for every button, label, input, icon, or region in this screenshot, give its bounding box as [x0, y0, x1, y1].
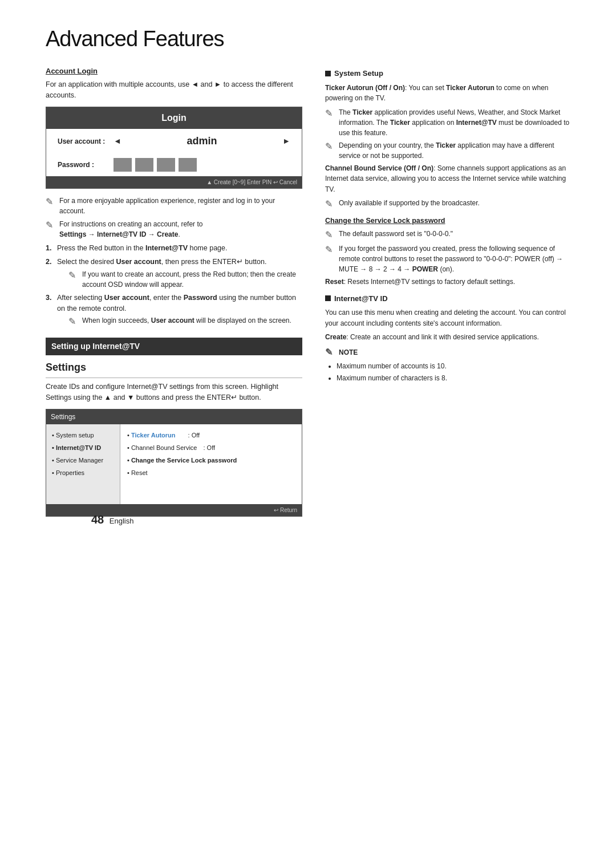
- settings-left-menu: • System setup • Internet@TV ID • Servic…: [46, 424, 120, 504]
- pwd-box-2: [135, 158, 153, 172]
- account-note-1: ✎ For a more enjoyable application exper…: [46, 196, 302, 216]
- password-row: Password :: [46, 153, 302, 176]
- sub-note-3-text: When login succeeds, User account will b…: [82, 315, 291, 328]
- note-label: ✎ NOTE: [325, 346, 570, 359]
- change-lock-note-2-text: If you forget the password you created, …: [339, 244, 570, 274]
- account-login-intro: For an application with multiple account…: [46, 79, 302, 102]
- pwd-box-1: [114, 158, 132, 172]
- num-2: 2.: [46, 257, 54, 290]
- sub-note-2-text: If you want to create an account, press …: [82, 269, 302, 290]
- settings-content: • System setup • Internet@TV ID • Servic…: [46, 424, 302, 504]
- ticker-note-1-text: The Ticker application provides useful N…: [339, 107, 570, 138]
- internet-tv-id-text1: You can use this menu when creating and …: [325, 307, 570, 328]
- page-number: 48 English: [91, 511, 133, 528]
- ticker-autorun-text: Ticker Autorun (Off / On): You can set T…: [325, 83, 570, 104]
- pwd-box-3: [157, 158, 175, 172]
- list-item-3: 3. After selecting User account, enter t…: [46, 293, 302, 328]
- ticker-note-2: ✎ Depending on your country, the Ticker …: [325, 140, 570, 161]
- change-lock-note-2: ✎ If you forget the password you created…: [325, 244, 570, 274]
- change-lock-note-1: ✎ The default password set is "0-0-0-0.": [325, 229, 570, 241]
- channel-bound-text: Channel Bound Service (Off / On): Some c…: [325, 163, 570, 195]
- num-1: 1.: [46, 243, 54, 254]
- change-lock-heading: Change the Service Lock password: [325, 216, 570, 226]
- system-setup-section: System Setup Ticker Autorun (Off / On): …: [325, 68, 570, 287]
- right-arrow-icon: ►: [282, 135, 290, 147]
- settings-section: Settings Create IDs and configure Intern…: [46, 360, 302, 517]
- num-3: 3.: [46, 293, 54, 328]
- settings-reset: • Reset: [127, 466, 295, 479]
- settings-box-title: Settings: [46, 409, 302, 424]
- bullet-square-1: [325, 71, 331, 76]
- left-arrow-icon: ◄: [114, 135, 121, 147]
- page-number-value: 48: [91, 513, 104, 526]
- sub-note-icon-2: ✎: [68, 269, 80, 290]
- note-label-text: NOTE: [339, 347, 358, 358]
- note-bullet-1: Maximum number of accounts is 10.: [337, 360, 570, 372]
- right-note-icon-5: ✎: [325, 244, 337, 274]
- numbered-list: 1. Press the Red button in the Internet@…: [46, 243, 302, 328]
- setting-up-bar: Setting up Internet@TV: [46, 338, 302, 355]
- settings-change-lock: • Change the Service Lock password: [127, 454, 295, 466]
- settings-right-content: • Ticker Autorun : Off • Channel Bound S…: [120, 424, 302, 504]
- account-note-2: ✎ For instructions on creating an accoun…: [46, 219, 302, 240]
- internet-tv-id-section: Internet@TV ID You can use this menu whe…: [325, 293, 570, 384]
- internet-tv-id-create: Create: Create an account and link it wi…: [325, 332, 570, 343]
- login-footer: ▲ Create [0~9] Enter PIN ↩ Cancel: [46, 176, 302, 188]
- list-item-2: 2. Select the desired User account, then…: [46, 257, 302, 290]
- settings-item-properties: • Properties: [52, 466, 114, 479]
- bullet-square-2: [325, 295, 331, 301]
- pwd-box-4: [179, 158, 197, 172]
- ticker-note-2-text: Depending on your country, the Ticker ap…: [339, 140, 570, 161]
- right-note-icon-1: ✎: [325, 107, 337, 138]
- channel-bound-note: ✎ Only available if supported by the bro…: [325, 198, 570, 210]
- note-label-icon: ✎: [325, 346, 337, 359]
- right-note-icon-3: ✎: [325, 198, 337, 210]
- note-icon-1: ✎: [46, 196, 57, 208]
- page-language: English: [110, 517, 134, 525]
- settings-heading: Settings: [46, 360, 302, 378]
- item-2-subnote: ✎ If you want to create an account, pres…: [68, 269, 302, 290]
- page-title: Advanced Features: [46, 23, 570, 55]
- item-3-text: After selecting User account, enter the …: [57, 294, 296, 313]
- login-title: Login: [46, 107, 302, 129]
- reset-text: Reset: Resets Internet@TV settings to fa…: [325, 277, 570, 287]
- user-account-row: User account : ◄ admin ►: [46, 129, 302, 153]
- user-label: User account :: [58, 136, 109, 147]
- account-login-section: Account Login For an application with mu…: [46, 66, 302, 328]
- account-login-heading: Account Login: [46, 66, 302, 77]
- settings-footer: ↩ Return: [46, 504, 302, 516]
- settings-item-internet: • Internet@TV ID: [52, 441, 114, 454]
- settings-box: Settings • System setup • Internet@TV ID…: [46, 409, 302, 517]
- right-column: System Setup Ticker Autorun (Off / On): …: [325, 66, 570, 517]
- password-label: Password :: [58, 160, 109, 170]
- list-item-1: 1. Press the Red button in the Internet@…: [46, 243, 302, 254]
- item-3-subnote: ✎ When login succeeds, User account will…: [68, 315, 302, 328]
- right-note-icon-2: ✎: [325, 140, 337, 161]
- item-2-text: Select the desired User account, then pr…: [57, 258, 266, 266]
- right-note-icon-4: ✎: [325, 229, 337, 241]
- internet-tv-id-heading: Internet@TV ID: [325, 293, 570, 305]
- settings-channel: • Channel Bound Service : Off: [127, 441, 295, 454]
- note-icon-2: ✎: [46, 219, 57, 232]
- item-1-text: Press the Red button in the Internet@TV …: [57, 243, 227, 254]
- note-bullet-2: Maximum number of characters is 8.: [337, 372, 570, 384]
- login-box: Login User account : ◄ admin ► Password …: [46, 107, 302, 189]
- sub-note-icon-3: ✎: [68, 315, 80, 328]
- settings-ticker: • Ticker Autorun : Off: [127, 429, 295, 441]
- item-2-content: Select the desired User account, then pr…: [57, 257, 302, 290]
- system-setup-label: System Setup: [334, 68, 383, 79]
- settings-item-service: • Service Manager: [52, 454, 114, 466]
- note-bullets: Maximum number of accounts is 10. Maximu…: [337, 360, 570, 384]
- user-value: admin: [126, 133, 278, 149]
- item-3-content: After selecting User account, enter the …: [57, 293, 302, 328]
- ticker-note-1: ✎ The Ticker application provides useful…: [325, 107, 570, 138]
- change-lock-note-1-text: The default password set is "0-0-0-0.": [339, 229, 453, 241]
- system-setup-heading: System Setup: [325, 68, 570, 79]
- account-note-2-text: For instructions on creating an account,…: [59, 219, 302, 240]
- settings-item-system: • System setup: [52, 429, 114, 441]
- left-column: Account Login For an application with mu…: [46, 66, 302, 517]
- settings-intro: Create IDs and configure Internet@TV set…: [46, 382, 302, 404]
- account-note-1-text: For a more enjoyable application experie…: [59, 196, 302, 216]
- channel-bound-note-text: Only available if supported by the broad…: [339, 198, 480, 210]
- internet-tv-id-label: Internet@TV ID: [334, 293, 388, 305]
